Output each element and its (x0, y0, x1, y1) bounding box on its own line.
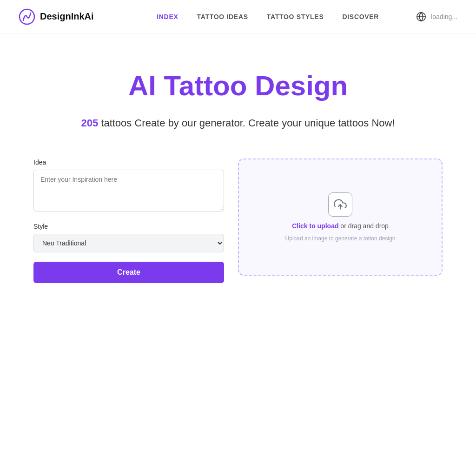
globe-icon[interactable] (416, 12, 426, 22)
upload-drag-label: or drag and drop (338, 222, 388, 230)
form-area: Idea Style Neo Traditional Traditional B… (33, 159, 443, 283)
logo[interactable]: DesignInkAi (19, 8, 94, 25)
nav-tattoo-ideas[interactable]: TATTOO IDEAS (197, 13, 248, 20)
idea-label: Idea (33, 159, 224, 166)
upload-icon-wrap (328, 192, 352, 217)
header: DesignInkAi INDEX TATTOO IDEAS TATTOO ST… (0, 0, 476, 33)
form-left: Idea Style Neo Traditional Traditional B… (33, 159, 224, 283)
loading-text: loading... (431, 13, 457, 20)
upload-caption: Click to upload or drag and drop (292, 222, 389, 230)
nav-tattoo-styles[interactable]: TATTOO STYLES (267, 13, 324, 20)
style-select[interactable]: Neo Traditional Traditional Blackwork Wa… (33, 234, 224, 252)
form-right: Click to upload or drag and drop Upload … (238, 159, 443, 276)
logo-icon (19, 8, 35, 25)
upload-icon (334, 198, 347, 211)
style-label: Style (33, 223, 224, 230)
main-nav: INDEX TATTOO IDEAS TATTOO STYLES DISCOVE… (157, 13, 379, 20)
idea-textarea[interactable] (33, 170, 224, 212)
create-button[interactable]: Create (33, 262, 224, 283)
tattoo-count: 205 (81, 117, 98, 129)
logo-text: DesignInkAi (40, 11, 94, 22)
hero-subtitle-text: tattoos Create by our generator. Create … (98, 117, 395, 129)
header-right: loading... (416, 12, 457, 22)
upload-click-label: Click to upload (292, 222, 338, 230)
nav-discover[interactable]: DISCOVER (342, 13, 379, 20)
hero-subtitle: 205 tattoos Create by our generator. Cre… (33, 115, 443, 131)
nav-index[interactable]: INDEX (157, 13, 178, 20)
hero-title: AI Tattoo Design (33, 71, 443, 101)
upload-subcaption: Upload an image to generate a tattoo des… (285, 235, 396, 242)
upload-area[interactable]: Click to upload or drag and drop Upload … (238, 159, 443, 276)
main-content: AI Tattoo Design 205 tattoos Create by o… (15, 33, 461, 302)
